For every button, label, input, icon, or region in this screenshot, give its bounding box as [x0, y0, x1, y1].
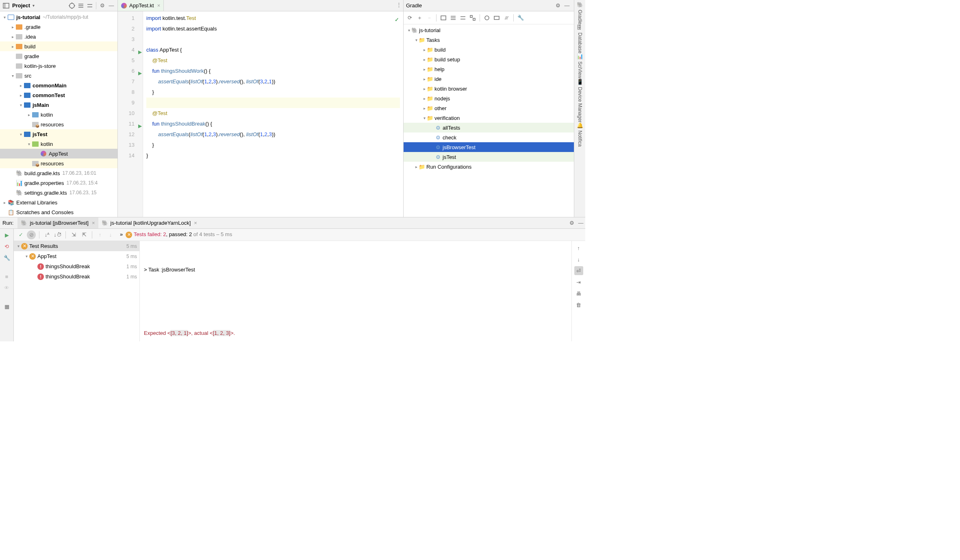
run-tab[interactable]: 🐘js-tutorial [kotlinUpgradeYarnLock]×	[98, 217, 200, 228]
up-icon[interactable]: ↑	[96, 230, 104, 239]
run-gutter-icon[interactable]: ▶	[138, 68, 142, 78]
rail-item[interactable]: 🐘Gradle	[577, 2, 583, 24]
gradle-tasks-node[interactable]: ▾ 📁 Tasks	[404, 35, 574, 45]
gear-icon[interactable]: ⚙	[567, 219, 576, 228]
gradle-task[interactable]: ⚙allTests	[404, 123, 574, 132]
view-icon[interactable]	[492, 13, 501, 22]
sort-icon[interactable]: ↓ᴬ	[43, 230, 52, 239]
hide-icon[interactable]: —	[107, 1, 116, 10]
rail-item[interactable]: 📊SciView	[577, 53, 583, 78]
tree-row[interactable]: ▸build	[0, 41, 117, 51]
tree-row[interactable]: ▾src	[0, 71, 117, 80]
tree-row[interactable]: AppTest	[0, 149, 117, 158]
down-icon[interactable]: ↓	[106, 230, 115, 239]
run-gutter-icon[interactable]: ▶	[138, 121, 142, 131]
tree-row[interactable]: 📦resources	[0, 158, 117, 168]
scroll-up-icon[interactable]: ↑	[574, 243, 583, 252]
print-icon[interactable]: 🖶	[574, 289, 583, 298]
run-config-icon[interactable]	[439, 13, 448, 22]
test-case[interactable]: !thingsShouldBreak1 ms	[14, 271, 139, 282]
close-icon[interactable]: ×	[92, 220, 95, 226]
tree-row[interactable]: ▾jsMain	[0, 100, 117, 110]
expand-icon[interactable]	[449, 13, 458, 22]
sort-dur-icon[interactable]: ↓⏱	[53, 230, 62, 239]
debug-rerun-icon[interactable]: ⟲	[2, 242, 11, 251]
gradle-group[interactable]: ▸📁kotlin browser	[404, 84, 574, 93]
soft-wrap-icon[interactable]: ⏎	[574, 266, 583, 275]
close-icon[interactable]: ×	[194, 220, 197, 226]
gradle-run-config[interactable]: ▸ 📁 Run Configurations	[404, 162, 574, 171]
console-output[interactable]: > Task :jsBrowserTest Expected <[3, 2, 1…	[140, 241, 571, 341]
refresh-icon[interactable]: ⟳	[405, 13, 414, 22]
hide-icon[interactable]: —	[576, 219, 585, 228]
tree-row[interactable]: ▸kotlin	[0, 110, 117, 119]
scroll-down-icon[interactable]: ↓	[574, 255, 583, 264]
remove-icon[interactable]: －	[425, 13, 434, 22]
tree-row[interactable]: ▸commonTest	[0, 90, 117, 100]
editor-more-icon[interactable]: ⋮	[394, 0, 403, 9]
run-tab[interactable]: 🐘js-tutorial [jsBrowserTest]×	[17, 217, 98, 228]
project-title[interactable]: Project	[12, 2, 30, 9]
offline-icon[interactable]	[482, 13, 491, 22]
collapse-all-icon[interactable]	[85, 1, 94, 10]
layout-icon[interactable]: ▦	[2, 302, 11, 311]
tree-row[interactable]: ▸.idea	[0, 32, 117, 41]
tree-row[interactable]: 🐘settings.gradle.kts17.06.23, 15	[0, 188, 117, 198]
tree-row[interactable]: 📦resources	[0, 119, 117, 129]
gradle-group[interactable]: ▸📁ide	[404, 74, 574, 84]
gradle-group[interactable]: ▸📁other	[404, 103, 574, 113]
export-icon[interactable]: ⇥	[574, 278, 583, 287]
gradle-group[interactable]: ▸📁build setup	[404, 54, 574, 64]
chevron-down-icon[interactable]: ▾	[33, 3, 35, 8]
target-icon[interactable]	[67, 1, 76, 10]
external-libraries[interactable]: ▸ 📚 External Libraries	[0, 198, 117, 207]
tree-row[interactable]: kotlin-js-store	[0, 61, 117, 71]
wrench-icon[interactable]: 🔧	[2, 253, 11, 262]
code[interactable]: ✓ import kotlin.test.Testimport kotlin.t…	[143, 11, 403, 217]
add-icon[interactable]: ＋	[415, 13, 424, 22]
gradle-group[interactable]: ▸📁help	[404, 64, 574, 74]
editor-tab[interactable]: AppTest.kt ×	[118, 0, 164, 11]
rail-item[interactable]: 🔔Notifica	[577, 122, 583, 147]
editor-body[interactable]: 1234▶56▶7891011▶121314 ✓ import kotlin.t…	[118, 11, 403, 217]
project-tree[interactable]: ▾ js-tutorial ~/Tutorials/mpp/js-tut ▸.g…	[0, 11, 117, 217]
wrench-icon[interactable]: 🔧	[516, 13, 525, 22]
close-icon[interactable]: ×	[157, 2, 161, 9]
gradle-group[interactable]: ▸📁nodejs	[404, 93, 574, 103]
gear-icon[interactable]: ⚙	[98, 1, 107, 10]
tree-row[interactable]: 📊gradle.properties17.06.23, 15:4	[0, 178, 117, 188]
expand-all-icon[interactable]	[76, 1, 85, 10]
run-gutter-icon[interactable]: ▶	[138, 47, 142, 57]
gradle-tree[interactable]: ▾ 🐘 js-tutorial ▾ 📁 Tasks ▸📁build▸📁build…	[404, 24, 574, 217]
trash-icon[interactable]: 🗑	[574, 300, 583, 309]
expand-icon[interactable]: ⇲	[69, 230, 78, 239]
hide-icon[interactable]: —	[563, 1, 571, 10]
run-icon[interactable]: ▶	[2, 230, 11, 239]
gear-icon[interactable]: ⚙	[554, 1, 563, 10]
scratches[interactable]: 📋 Scratches and Consoles	[0, 207, 117, 217]
tree-root[interactable]: ▾ js-tutorial ~/Tutorials/mpp/js-tut	[0, 12, 117, 22]
test-tree[interactable]: ▾ ✕ Test Results 5 ms ▾ ✕ AppTest 5 ms !…	[14, 241, 140, 341]
tree-row[interactable]: gradle	[0, 51, 117, 61]
collapse-icon[interactable]	[458, 13, 467, 22]
gradle-task[interactable]: ⚙jsBrowserTest	[404, 142, 574, 152]
project-view-icon[interactable]	[2, 1, 11, 10]
gradle-task[interactable]: ⚙check	[404, 132, 574, 142]
watch-icon[interactable]: 👁	[2, 283, 11, 292]
rail-item[interactable]: 📱Device Manager	[577, 79, 583, 122]
tree-row[interactable]: ▸.gradle	[0, 22, 117, 32]
tree-row[interactable]: ▾kotlin	[0, 139, 117, 149]
gradle-group[interactable]: ▾📁verification	[404, 113, 574, 123]
test-suite[interactable]: ▾ ✕ AppTest 5 ms	[14, 251, 139, 261]
analyze-icon[interactable]: ⫻	[502, 13, 511, 22]
gradle-root[interactable]: ▾ 🐘 js-tutorial	[404, 25, 574, 35]
rail-item[interactable]: 🗄Database	[577, 24, 583, 53]
gradle-group[interactable]: ▸📁build	[404, 45, 574, 54]
tree-row[interactable]: ▸commonMain	[0, 80, 117, 90]
collapse-icon[interactable]: ⇱	[80, 230, 89, 239]
test-case[interactable]: !thingsShouldBreak1 ms	[14, 261, 139, 271]
tree-row[interactable]: 🐘build.gradle.kts17.06.23, 16:01	[0, 168, 117, 178]
tree-row[interactable]: ▾jsTest	[0, 129, 117, 139]
ignore-icon[interactable]: ⊘	[27, 230, 36, 239]
tool-icon[interactable]	[468, 13, 477, 22]
